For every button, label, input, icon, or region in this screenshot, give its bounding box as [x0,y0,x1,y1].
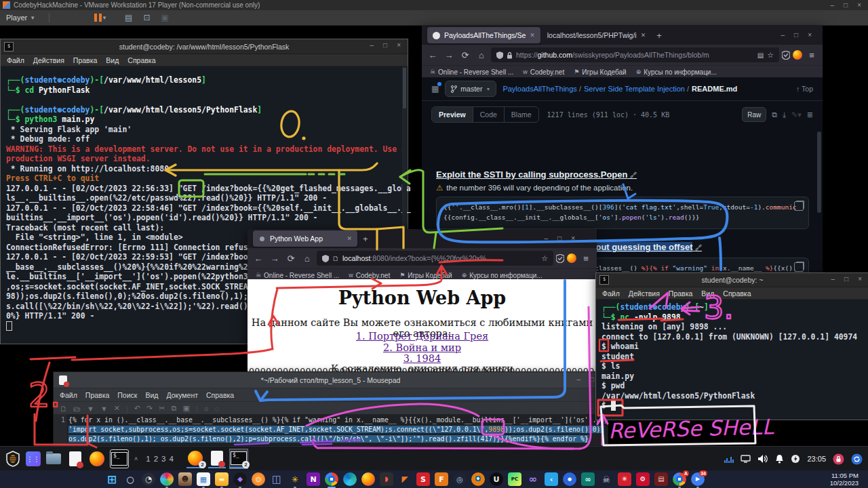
pocket-shield-icon[interactable] [782,51,790,60]
maximize-icon[interactable]: □ [590,375,594,383]
windows-clock[interactable]: 11:05 PM 10/2/2023 [830,472,859,487]
tab-python-web-app[interactable]: Python Web App ✕ [253,230,357,247]
close-icon[interactable]: × [858,275,862,283]
pycharm-icon[interactable]: PC [508,472,521,486]
workspace-2[interactable]: 2 [154,455,160,463]
menu-item[interactable]: Вид [145,391,158,399]
menu-item[interactable]: Справка [206,391,234,399]
edit-pencil-icon[interactable]: ✎▾ [791,110,802,119]
volume-icon[interactable] [757,454,768,464]
menu-item[interactable]: Файл [60,391,77,399]
maximize-icon[interactable]: □ [844,1,848,9]
menu-item[interactable]: Файл [602,289,620,298]
workspace-4[interactable]: 4 [169,455,175,463]
bookmark-item[interactable]: ⊕Курсы по информаци... [636,68,717,76]
onenote-icon[interactable]: N [307,472,320,486]
tab-localhost-phptwig[interactable]: localhost/lesson5/PHPTwig/i ✕ [542,27,651,43]
file-explorer-icon[interactable]: ▬ [215,472,229,486]
skull-app-icon[interactable]: ☠ [599,472,613,486]
chrome-icon[interactable] [325,472,338,486]
chrome-profile-icon[interactable]: A [673,472,686,486]
mousepad-editor[interactable]: 1 {% for x in ().__class__.__base__.__su… [54,414,608,445]
bookmark-item[interactable]: ☠Online - Reverse Shell ... [430,68,513,76]
library-app-icon[interactable]: ▤ [654,472,668,486]
menu-item[interactable]: Справка [127,56,155,64]
bookmark-item[interactable]: ☠Online - Reverse Shell ... [256,272,339,279]
outline-icon[interactable]: ≣ [807,110,813,119]
url-bar[interactable]: https://github.com/swisskyrepo/PayloadsA… [491,47,779,62]
close-icon[interactable]: × [808,31,812,39]
new-tab-button[interactable]: + [363,234,368,244]
firefox-account-icon[interactable] [567,253,576,263]
workspace-switcher[interactable]: 1 2 3 4 [146,455,176,463]
panel-chevron-icon[interactable]: ˄ [134,455,138,462]
code-block-subclasses[interactable]: {{''.__class__.mro()[1].__subclasses__()… [436,197,809,229]
tab-preview[interactable]: Preview [432,107,473,122]
messenger-app-icon[interactable]: ▶34 [691,472,705,486]
menu-item[interactable]: Правка [669,289,692,298]
player-menu[interactable]: Player [6,14,27,22]
github-scrollbar[interactable] [817,131,821,213]
notification-bell-icon[interactable] [775,454,784,464]
start-button[interactable]: ⊞ [105,472,119,486]
bookmark-item[interactable]: ⚑Игры Кодебай [574,68,627,76]
close-icon[interactable]: × [397,41,401,49]
veracrypt-lock-icon[interactable] [833,453,844,465]
portrait-app-icon[interactable]: ☻ [178,472,192,486]
widgets-icon[interactable]: ◔ [142,472,155,486]
copy-icon[interactable]: ⧉ [772,110,777,119]
terminal2-titlebar[interactable]: $ student@codeby: ~ – □ × [596,273,868,287]
firefox-account-icon[interactable] [793,50,802,60]
minimize-icon[interactable]: – [545,235,549,242]
reader-view-icon[interactable]: ▤ [757,52,764,59]
firefox-icon[interactable] [361,472,375,486]
menu-item[interactable]: Вид [701,289,714,298]
workspace-3[interactable]: 3 [161,455,167,463]
close-icon[interactable]: × [571,235,575,242]
new-file-icon[interactable]: 🗋︎ [60,405,67,413]
power-manager-icon[interactable] [791,454,800,464]
maximize-icon[interactable]: □ [794,31,798,39]
pocket-shield-icon[interactable] [556,254,564,263]
tab-payloadsallthethings[interactable]: PayloadsAllTheThings/Se ✕ [427,27,540,43]
terminal-window-listener[interactable]: $ student@codeby: ~ – □ × ФайлДействияПр… [595,272,868,420]
hamburger-menu-icon[interactable]: ≡ [579,253,593,264]
breadcrumb-repo[interactable]: PayloadsAllTheThings [502,85,581,93]
new-tab-button[interactable]: + [656,30,662,41]
color-wheel-app-icon[interactable] [160,472,174,486]
anydesk-app-icon[interactable]: ◗ [380,472,393,486]
minimize-icon[interactable]: – [576,375,580,383]
unreal-engine-icon[interactable]: U [490,472,503,486]
tab-close-icon[interactable]: ✕ [347,235,352,242]
app-finder-icon[interactable]: ⋮⋮ [26,451,41,466]
camera-app-icon[interactable]: ◎ [453,472,467,486]
visual-studio-icon[interactable]: ∞ [526,472,540,486]
hamburger-menu-icon[interactable]: ≡ [805,50,818,60]
calendar-app-icon[interactable]: ▦ [197,472,210,486]
terminal1-titlebar[interactable]: $ student@codeby: /var/www/html/lesson5/… [1,39,408,54]
loop-app-icon[interactable]: ∞ [581,472,595,486]
menu-item[interactable]: Действия [629,289,660,298]
antivirus-icon-2[interactable]: ⚙ [636,472,650,486]
menu-item[interactable]: Действия [33,56,64,64]
suspend-button[interactable] [94,14,102,22]
vm-start-menu-button[interactable] [4,450,22,468]
minimize-icon[interactable]: – [370,41,374,49]
display-icon[interactable] [741,455,751,463]
menu-item[interactable]: Документ [166,391,198,399]
workspace-1[interactable]: 1 [146,455,152,463]
minimize-icon[interactable]: – [831,1,835,9]
reload-button[interactable]: ⟳ [284,253,298,264]
cut-icon[interactable]: ✂ [159,404,165,413]
raw-button[interactable]: Raw [742,107,766,122]
minimize-icon[interactable]: – [781,31,785,39]
mousepad-launcher-icon[interactable] [66,450,84,468]
branch-selector[interactable]: master ▼ [445,81,496,97]
home-button[interactable]: ⌂ [475,50,488,60]
forward-button[interactable]: → [442,50,456,60]
bookmark-star-icon[interactable]: ☆ [767,51,774,60]
tab-close-icon[interactable]: ✕ [530,32,535,39]
taskbar-terminal-running[interactable]: $_2 [230,449,248,468]
save-as-icon[interactable]: ▼ [100,405,108,413]
bookmark-item[interactable]: wCodeby.net [523,68,564,76]
